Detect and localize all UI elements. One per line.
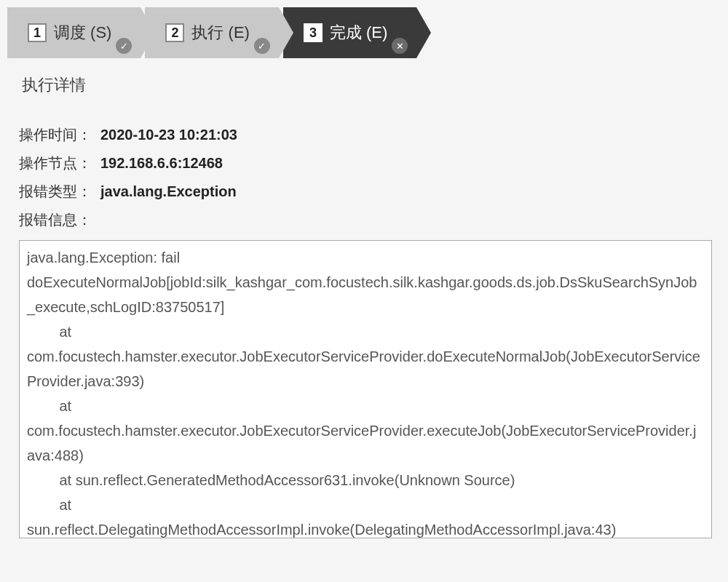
tab-complete[interactable]: 3 完成 (E) ✕ — [283, 7, 416, 58]
execution-details: 操作时间： 2020-10-23 10:21:03 操作节点： 192.168.… — [0, 96, 728, 542]
check-icon: ✓ — [254, 38, 270, 54]
tab-label: 完成 (E) — [330, 22, 387, 44]
section-title: 执行详情 — [0, 58, 728, 96]
error-type-value: java.lang.Exception — [100, 183, 237, 200]
operation-node-value: 192.168.6.6:12468 — [100, 155, 223, 172]
detail-row-error-msg: 报错信息： — [19, 210, 709, 230]
detail-row-error-type: 报错类型： java.lang.Exception — [19, 182, 709, 202]
detail-label: 操作节点： — [19, 154, 100, 173]
error-message-textarea[interactable] — [19, 240, 712, 538]
check-icon: ✓ — [116, 38, 132, 54]
tab-number-badge: 1 — [28, 23, 47, 42]
tab-number-badge: 2 — [165, 23, 184, 42]
detail-label: 报错信息： — [19, 210, 100, 230]
tab-schedule[interactable]: 1 调度 (S) ✓ — [7, 7, 141, 58]
step-tabs: 1 调度 (S) ✓ 2 执行 (E) ✓ 3 完成 (E) ✕ — [0, 0, 728, 58]
operation-time-value: 2020-10-23 10:21:03 — [100, 127, 237, 143]
tab-label: 调度 (S) — [54, 22, 111, 44]
detail-row-node: 操作节点： 192.168.6.6:12468 — [19, 154, 709, 173]
tab-number-badge: 3 — [304, 23, 323, 42]
close-icon: ✕ — [392, 38, 408, 54]
detail-row-time: 操作时间： 2020-10-23 10:21:03 — [19, 125, 709, 145]
detail-label: 报错类型： — [19, 182, 100, 202]
detail-label: 操作时间： — [19, 125, 100, 145]
tab-label: 执行 (E) — [191, 22, 249, 44]
tab-execute[interactable]: 2 执行 (E) ✓ — [145, 7, 278, 58]
